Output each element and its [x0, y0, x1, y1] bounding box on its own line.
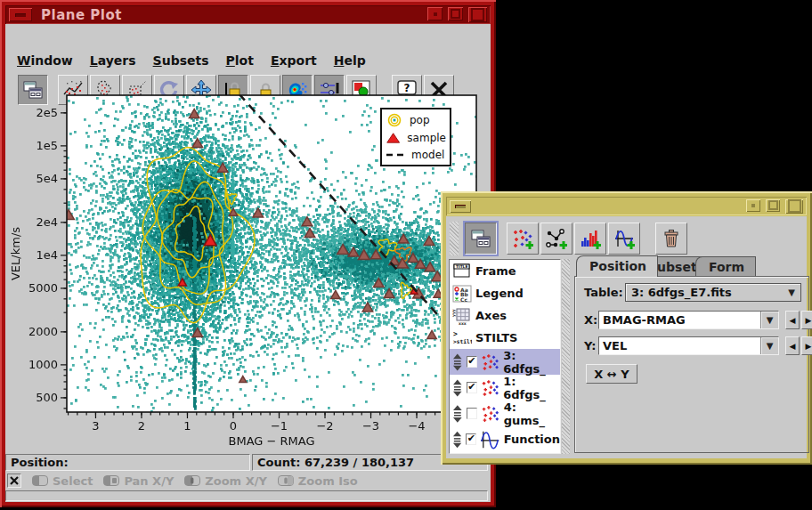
layer-content: TITLE Frame AaBbCc Legend xxxyyy Axes >>… [446, 216, 807, 458]
menu-layers[interactable]: Layers [90, 53, 136, 68]
remove-layer-button[interactable] [655, 223, 687, 255]
scatter-mini-icon [481, 378, 499, 398]
legend-item-pop: pop [386, 113, 446, 127]
updown-icon [452, 430, 462, 449]
hint-zoom-xy: Zoom X/Y [184, 474, 267, 488]
x-next-column-button[interactable]: ▶ [801, 311, 812, 329]
list-label: Axes [475, 309, 507, 322]
chevron-down-icon: ▼ [788, 287, 795, 297]
hint-zoom-iso: Zoom Iso [278, 474, 358, 488]
list-item-frame[interactable]: TITLE Frame [450, 260, 560, 282]
layer-label: 3: 6dfgs_ [503, 349, 560, 376]
pop-marker-icon [386, 113, 403, 127]
list-label: Frame [475, 264, 516, 278]
layer-row-function[interactable]: Function [450, 426, 560, 452]
sketch-toggle[interactable] [7, 474, 21, 488]
list-item-axes[interactable]: xxxyyy Axes [450, 304, 560, 327]
hint-label: Zoom X/Y [205, 474, 267, 488]
position-readout: Position: [5, 454, 250, 471]
swap-label: X ↔ Y [594, 368, 629, 381]
add-pair-layer-button[interactable] [540, 223, 572, 255]
svg-text:Cc: Cc [460, 295, 467, 302]
list-item-legend[interactable]: AaBbCc Legend [450, 282, 560, 304]
window-menu-button[interactable] [450, 200, 471, 213]
split-pane-divider[interactable] [562, 259, 570, 454]
menu-export[interactable]: Export [271, 53, 317, 68]
main-titlebar[interactable]: Plane Plot [5, 5, 491, 24]
window-controls-button[interactable] [465, 223, 497, 255]
mouse-left-icon [32, 475, 48, 486]
svg-text:>stilts: >stilts [453, 338, 472, 344]
legend-icon: AaBbCc [452, 285, 472, 303]
window-menu-button[interactable] [9, 8, 32, 21]
mouse-wheel-icon [184, 475, 200, 486]
toolbar-drag-handle[interactable] [450, 222, 459, 255]
layer-titlebar[interactable] [446, 197, 807, 215]
minimize-button[interactable] [746, 199, 760, 212]
layer-row-1-6dfgs[interactable]: 1: 6dfgs_ [450, 375, 560, 401]
list-label: Legend [475, 287, 524, 300]
menu-plot[interactable]: Plot [226, 53, 254, 68]
stilts-icon: >>stilts [452, 329, 472, 347]
layer-visibility-checkbox[interactable] [467, 356, 478, 368]
add-position-layer-button[interactable] [507, 223, 539, 255]
table-select[interactable]: 3: 6dfgs_E7.fits ▼ [625, 283, 801, 302]
mouse-left-drag-icon [103, 475, 119, 486]
maximize-button[interactable] [785, 199, 803, 214]
menu-help[interactable]: Help [334, 53, 366, 68]
swap-xy-button[interactable]: X ↔ Y [586, 364, 637, 384]
hint-label: Select [53, 474, 93, 488]
menu-subsets[interactable]: Subsets [153, 53, 209, 68]
y-coordinate-input[interactable]: VEL ▼ [598, 336, 779, 355]
hint-label: Pan X/Y [124, 474, 174, 488]
list-item-stilts[interactable]: >>stilts STILTS [450, 327, 560, 349]
windows-icon [470, 228, 491, 249]
chevron-down-icon[interactable]: ▼ [760, 337, 778, 354]
add-function-icon [613, 228, 635, 249]
svg-text:TITLE: TITLE [456, 264, 467, 269]
layer-visibility-checkbox[interactable] [467, 382, 478, 393]
updown-icon [452, 352, 463, 372]
add-function-layer-button[interactable] [608, 223, 640, 255]
function-mini-icon [480, 430, 499, 449]
layer-control-window: TITLE Frame AaBbCc Legend xxxyyy Axes >>… [441, 191, 812, 465]
menu-window[interactable]: Window [17, 53, 73, 68]
legend-label: pop [410, 114, 430, 126]
tab-label: Form [709, 260, 744, 274]
y-next-column-button[interactable]: ▶ [801, 336, 812, 355]
x-coordinate-input[interactable]: BMAG-RMAG ▼ [598, 311, 779, 329]
restore-button[interactable] [766, 199, 780, 212]
legend-item-sample: sample [386, 132, 446, 144]
plane-plot-window: Plane Plot Window Layers Subsets Plot Ex… [0, 0, 496, 507]
y-label: Y: [584, 339, 596, 352]
layer-label: Function [504, 433, 560, 446]
legend-label: model [411, 149, 444, 161]
hint-label: Zoom Iso [298, 474, 358, 488]
layer-row-3-6dfgs[interactable]: 3: 6dfgs_ [450, 349, 560, 375]
add-histogram-layer-button[interactable] [574, 223, 606, 255]
maximize-button[interactable] [468, 7, 487, 22]
scatter-mini-icon [481, 352, 499, 372]
layer-visibility-checkbox[interactable] [466, 433, 476, 445]
svg-text:>: > [453, 330, 458, 338]
layer-row-4-gums[interactable]: 4: gums_ [450, 401, 560, 426]
add-scatter-icon [512, 228, 533, 249]
layer-visibility-checkbox[interactable] [467, 408, 478, 419]
y-value: VEL [599, 339, 627, 352]
chevron-down-icon[interactable]: ▼ [760, 312, 778, 328]
layer-label: 1: 6dfgs_ [503, 375, 560, 401]
legend-label: sample [407, 132, 446, 144]
minimize-button[interactable] [427, 7, 443, 20]
add-histogram-icon [580, 228, 601, 249]
sample-marker-icon [386, 132, 401, 144]
table-label: Table: [584, 286, 623, 299]
updown-icon [452, 378, 463, 398]
restore-button[interactable] [448, 7, 463, 20]
hint-select: Select [32, 474, 93, 488]
tab-position[interactable]: Position [576, 255, 658, 277]
y-prev-column-button[interactable]: ◀ [785, 336, 800, 355]
x-value: BMAG-RMAG [599, 313, 686, 327]
x-prev-column-button[interactable]: ◀ [785, 311, 800, 329]
tab-form[interactable]: Form [695, 256, 756, 277]
tab-label: Position [589, 259, 646, 273]
